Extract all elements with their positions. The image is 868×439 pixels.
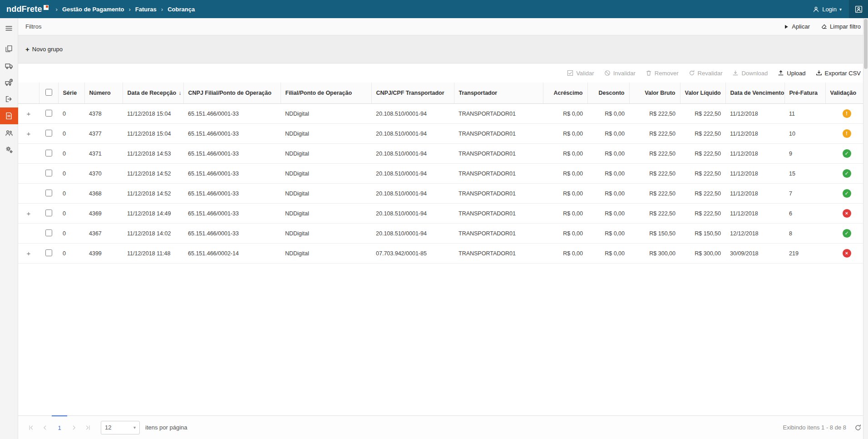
refresh-grid-button[interactable] (854, 424, 862, 431)
row-checkbox[interactable] (45, 130, 52, 137)
sidebar-item-logout[interactable] (0, 91, 18, 107)
cell-acrescimo: R$ 0,00 (543, 184, 587, 204)
prev-page-icon (42, 424, 48, 431)
header-valor-liquido[interactable]: Valor Líquido (680, 83, 725, 104)
apply-filter-label: Aplicar (792, 23, 810, 30)
header-serie[interactable]: Série (58, 83, 84, 104)
success-status-icon[interactable]: ✓ (843, 149, 851, 158)
table-row: +0437711/12/2018 15:0465.151.466/0001-33… (18, 124, 868, 144)
page-number-1[interactable]: 1 (52, 415, 67, 439)
upload-icon (778, 70, 784, 76)
slash-circle-icon (604, 70, 611, 76)
error-status-icon[interactable]: × (843, 209, 851, 218)
checkbox-cell (39, 244, 58, 263)
header-valor-bruto[interactable]: Valor Bruto (629, 83, 680, 104)
header-numero[interactable]: Número (84, 83, 123, 104)
scrollbar-thumb[interactable] (864, 19, 868, 69)
header-filial[interactable]: Filial/Ponto de Operação (281, 83, 371, 104)
cell-pre-fatura: 11 (784, 104, 825, 124)
upload-label: Upload (787, 70, 805, 77)
sidebar-item-billing[interactable] (0, 107, 18, 124)
vertical-scrollbar[interactable] (863, 18, 868, 439)
error-status-icon[interactable]: × (843, 249, 851, 258)
cell-cnpj-filial: 65.151.466/0001-33 (183, 144, 281, 164)
app-logo[interactable]: nddFrete (6, 5, 49, 14)
cell-valor-liquido: R$ 300,00 (680, 244, 725, 263)
success-status-icon[interactable]: ✓ (843, 229, 851, 238)
cell-recepcao: 11/12/2018 15:04 (123, 124, 183, 144)
download-button[interactable]: Download (732, 70, 768, 77)
cell-transportador: TRANSPORTADOR01 (454, 244, 543, 263)
sidebar-item-documents[interactable] (0, 40, 18, 57)
select-all-checkbox[interactable] (45, 89, 52, 96)
page-size-dropdown[interactable]: 12 ▾ (101, 421, 140, 434)
table-row: 0437111/12/2018 14:5365.151.466/0001-33N… (18, 144, 868, 164)
sidebar-item-users[interactable] (0, 124, 18, 141)
header-validacao[interactable]: Validação (825, 83, 868, 104)
filters-title: Filtros (25, 23, 41, 30)
prev-page-button[interactable] (38, 416, 52, 439)
header-cnpj-transportador[interactable]: CNPJ/CPF Transportador (371, 83, 454, 104)
truck-clock-icon (5, 78, 13, 87)
cell-filial: NDDigital (281, 184, 371, 204)
header-expander (18, 83, 39, 104)
sidebar-item-fleet-schedule[interactable] (0, 74, 18, 91)
new-group-button[interactable]: + Novo grupo (25, 45, 63, 53)
login-menu-button[interactable]: Login ▾ (810, 6, 844, 13)
header-acrescimo[interactable]: Acréscimo (543, 83, 587, 104)
row-checkbox[interactable] (45, 190, 52, 196)
revalidate-button[interactable]: Revalidar (689, 70, 723, 77)
row-checkbox[interactable] (45, 110, 52, 117)
sidebar-menu-toggle[interactable] (0, 20, 18, 37)
header-data-vencimento[interactable]: Data de Vencimento (725, 83, 784, 104)
remove-button[interactable]: Remover (646, 70, 679, 77)
first-page-button[interactable] (25, 416, 38, 439)
header-cnpj-filial[interactable]: CNPJ Filial/Ponto de Operação (183, 83, 281, 104)
validation-cell: ✓ (825, 224, 868, 244)
row-checkbox[interactable] (45, 170, 52, 176)
expand-row-button[interactable]: + (26, 110, 31, 117)
last-page-button[interactable] (81, 416, 94, 439)
breadcrumb-item-cobranca[interactable]: Cobrança (168, 6, 195, 13)
checkbox-cell (39, 224, 58, 244)
sidebar-item-settings[interactable] (0, 141, 18, 158)
cell-transportador: TRANSPORTADOR01 (454, 204, 543, 224)
table-body: +0437811/12/2018 15:0465.151.466/0001-33… (18, 104, 868, 263)
row-checkbox[interactable] (45, 229, 52, 236)
warning-status-icon[interactable]: ! (843, 129, 851, 138)
header-transportador[interactable]: Transportador (454, 83, 543, 104)
sidebar-item-truck[interactable] (0, 57, 18, 74)
breadcrumb-item-faturas[interactable]: Faturas (135, 6, 157, 13)
header-desconto[interactable]: Desconto (587, 83, 629, 104)
cell-numero: 4371 (84, 144, 123, 164)
cell-transportador: TRANSPORTADOR01 (454, 104, 543, 124)
cell-cnpj-filial: 65.151.466/0001-33 (183, 184, 281, 204)
row-checkbox[interactable] (45, 150, 52, 156)
row-checkbox[interactable] (45, 210, 52, 216)
cell-pre-fatura: 219 (784, 244, 825, 263)
user-menu-button[interactable] (849, 0, 868, 18)
clear-filter-button[interactable]: Limpar filtro (821, 23, 861, 30)
breadcrumb-item-gestao[interactable]: Gestão de Pagamento (62, 6, 124, 13)
expand-row-button[interactable]: + (26, 130, 31, 137)
success-status-icon[interactable]: ✓ (843, 169, 851, 178)
expand-row-button[interactable]: + (26, 210, 31, 217)
warning-status-icon[interactable]: ! (843, 109, 851, 118)
cell-valor-bruto: R$ 222,50 (629, 104, 680, 124)
export-csv-button[interactable]: Exportar CSV (816, 70, 861, 77)
next-page-button[interactable] (67, 416, 81, 439)
invalidate-button[interactable]: Invalidar (604, 70, 636, 77)
chevron-down-icon: ▾ (133, 425, 136, 430)
success-status-icon[interactable]: ✓ (843, 189, 851, 198)
validate-button[interactable]: Validar (567, 70, 594, 77)
row-checkbox[interactable] (45, 249, 52, 256)
cell-valor-bruto: R$ 222,50 (629, 124, 680, 144)
header-pre-fatura[interactable]: Pré-Fatura (784, 83, 825, 104)
validation-cell: ✓ (825, 144, 868, 164)
apply-filter-button[interactable]: Aplicar (784, 23, 810, 30)
table-row: +0437811/12/2018 15:0465.151.466/0001-33… (18, 104, 868, 124)
cell-desconto: R$ 0,00 (587, 164, 629, 184)
header-data-recepcao[interactable]: Data de Recepção↓ (123, 83, 183, 104)
expand-row-button[interactable]: + (26, 249, 31, 257)
upload-button[interactable]: Upload (778, 70, 805, 77)
